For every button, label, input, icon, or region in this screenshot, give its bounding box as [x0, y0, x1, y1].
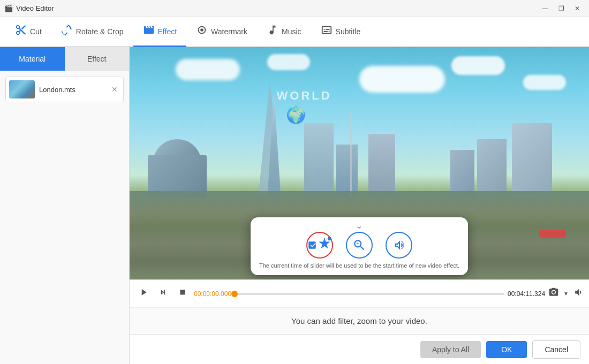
sidebar-content: London.mts ✕ [0, 71, 129, 364]
tab-rotate-crop-label: Rotate & Crop [76, 27, 124, 36]
subtitle-icon [321, 24, 333, 39]
time-total: 00:04:11.324 [508, 290, 545, 298]
play-button[interactable] [135, 285, 152, 302]
svg-rect-3 [180, 290, 185, 295]
tab-watermark-label: Watermark [211, 27, 247, 36]
title-bar: 🎬 Video Editor — ❐ ✕ [0, 0, 589, 17]
tab-effect-label: Effect [158, 27, 177, 36]
music-icon [267, 24, 278, 39]
tab-watermark[interactable]: Watermark [186, 17, 257, 47]
tab-subtitle[interactable]: Subtitle [311, 17, 371, 47]
tab-bar: Cut Rotate & Crop Effect Watermark Music… [0, 17, 589, 47]
window-controls: — ❐ ✕ [538, 3, 585, 14]
tab-music[interactable]: Music [257, 17, 311, 47]
tab-cut-label: Cut [30, 27, 42, 36]
sidebar-tab-material[interactable]: Material [0, 47, 65, 71]
app-title: Video Editor [16, 4, 54, 12]
popup-arrow: ⌄ [356, 221, 363, 231]
tab-rotate-crop[interactable]: Rotate & Crop [51, 17, 133, 47]
effect-icon [143, 24, 155, 39]
ok-button[interactable]: OK [486, 341, 527, 358]
file-name: London.mts [39, 86, 75, 94]
zoom-effect-button[interactable] [346, 232, 373, 259]
sidebar: Material Effect London.mts ✕ [0, 47, 130, 364]
file-close-button[interactable]: ✕ [109, 84, 120, 95]
stop-button[interactable] [175, 285, 191, 302]
effect-popup: ⌄ [251, 217, 468, 275]
controls-bar: 00:00:00.000 00:04:11.324 ▼ [130, 279, 589, 307]
info-text: You can add filter, zoom to your video. [291, 316, 427, 325]
step-button[interactable] [155, 285, 171, 302]
svg-point-2 [328, 237, 331, 240]
add-effect-button[interactable] [306, 232, 333, 259]
tab-cut[interactable]: Cut [5, 17, 51, 47]
tab-subtitle-label: Subtitle [336, 27, 361, 36]
tab-effect[interactable]: Effect [133, 17, 187, 47]
audio-effect-button[interactable] [386, 232, 412, 259]
popup-hint: The current time of slider will be used … [259, 262, 459, 270]
camera-button[interactable] [548, 287, 559, 300]
right-panel: WORLD 🌍 ⌄ [130, 47, 589, 364]
rotate-crop-icon [61, 24, 73, 39]
action-bar: Apply to All OK Cancel [130, 334, 589, 364]
minimize-button[interactable]: — [538, 3, 553, 14]
volume-button[interactable] [573, 287, 584, 300]
main-layout: Material Effect London.mts ✕ [0, 47, 589, 364]
time-current: 00:00:00.000 [194, 290, 231, 298]
list-item[interactable]: London.mts ✕ [5, 77, 124, 102]
maximize-button[interactable]: ❐ [554, 3, 569, 14]
cut-icon [15, 24, 27, 39]
info-bar: You can add filter, zoom to your video. [130, 307, 589, 334]
svg-point-0 [200, 28, 203, 32]
sidebar-tabs: Material Effect [0, 47, 129, 71]
sidebar-tab-effect[interactable]: Effect [65, 47, 130, 71]
file-thumbnail [9, 80, 35, 98]
app-icon: 🎬 [4, 4, 13, 12]
apply-all-button[interactable]: Apply to All [420, 341, 481, 358]
watermark-icon [196, 24, 208, 39]
video-preview: WORLD 🌍 ⌄ [130, 47, 589, 279]
progress-thumb [231, 291, 238, 297]
tab-music-label: Music [282, 27, 301, 36]
close-button[interactable]: ✕ [570, 3, 585, 14]
cancel-button[interactable]: Cancel [532, 340, 580, 359]
progress-bar[interactable] [235, 293, 504, 295]
camera-dropdown-button[interactable]: ▼ [562, 290, 570, 298]
